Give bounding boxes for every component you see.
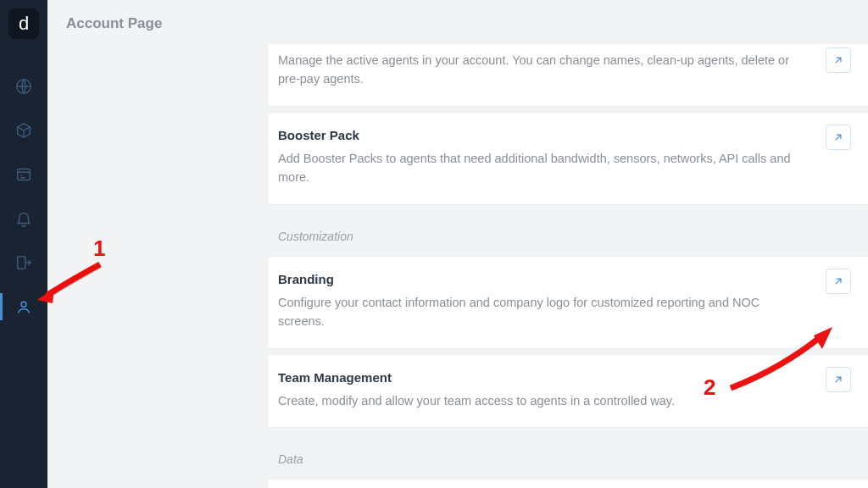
card-desc: Create, modify and allow your team acces… [278,391,809,410]
logo-glyph: d [8,8,39,39]
card-desc: Configure your contact information and c… [278,293,809,331]
nav-cube[interactable] [0,108,47,152]
card-team[interactable]: Team Management Create, modify and allow… [268,355,868,427]
card-branding[interactable]: Branding Configure your contact informat… [268,257,868,348]
page-title: Account Page [66,15,849,32]
card-agents[interactable]: Manage the active agents in your account… [268,44,868,106]
svg-rect-1 [18,169,31,180]
card-title: Booster Pack [278,128,809,142]
card-booster[interactable]: Booster Pack Add Booster Packs to agents… [268,113,868,204]
section-customization: Customization [268,211,868,250]
account-icon [14,297,33,316]
nav-logout[interactable] [0,241,47,285]
card-title: Branding [278,272,809,286]
nav-bell[interactable] [0,197,47,241]
section-data: Data [268,434,868,473]
external-link-icon [832,131,844,143]
card-desc: Add Booster Packs to agents that need ad… [278,149,809,187]
card-api[interactable]: Domotz API The Domotz Public API provide… [268,480,868,488]
content: Account Page Manage the active agents in… [47,0,868,488]
logout-icon [14,253,33,272]
cube-icon [14,121,33,140]
globe-icon [14,77,33,96]
card-title: Team Management [278,370,809,385]
nav-globe[interactable] [0,64,47,108]
nav-account[interactable] [0,285,47,329]
dashboard-icon [14,165,33,184]
sidebar: d [0,0,47,488]
open-team-button[interactable] [826,367,851,392]
settings-list[interactable]: Manage the active agents in your account… [47,44,868,488]
open-branding-button[interactable] [826,269,851,294]
page-header: Account Page [47,0,868,44]
external-link-icon [832,374,844,385]
svg-point-3 [21,302,26,307]
nav-dashboard[interactable] [0,152,47,197]
external-link-icon [832,275,844,287]
bell-icon [14,209,33,228]
open-agents-button[interactable] [826,47,851,73]
open-booster-button[interactable] [826,125,851,150]
card-desc: Manage the active agents in your account… [278,51,809,89]
external-link-icon [832,54,844,66]
svg-rect-2 [18,257,25,269]
logo: d [0,0,47,47]
